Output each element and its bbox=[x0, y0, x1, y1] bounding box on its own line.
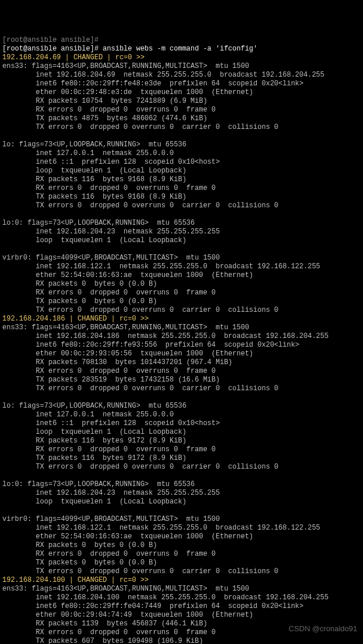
watermark-text: CSDN @cronaldo91 bbox=[289, 624, 357, 634]
host2-header: 192.168.204.186 | CHANGED | rc=0 >> bbox=[2, 315, 149, 323]
command-text: ansible webs -m command -a 'ifconfig' bbox=[103, 45, 257, 53]
host1-body: ens33: flags=4163<UP,BROADCAST,RUNNING,M… bbox=[2, 62, 325, 314]
prompt-previous: [root@ansible ansible]# bbox=[2, 36, 99, 44]
host2-body: ens33: flags=4163<UP,BROADCAST,RUNNING,M… bbox=[2, 323, 329, 575]
host1-header: 192.168.204.69 | CHANGED | rc=0 >> bbox=[2, 53, 145, 62]
host3-body: ens33: flags=4163<UP,BROADCAST,RUNNING,M… bbox=[2, 585, 329, 644]
host3-header: 192.168.204.100 | CHANGED | rc=0 >> bbox=[2, 576, 149, 584]
terminal-output[interactable]: [root@ansible ansible]# [root@ansible an… bbox=[2, 36, 363, 644]
prompt-prefix: [root@ansible ansible]# bbox=[2, 45, 103, 53]
